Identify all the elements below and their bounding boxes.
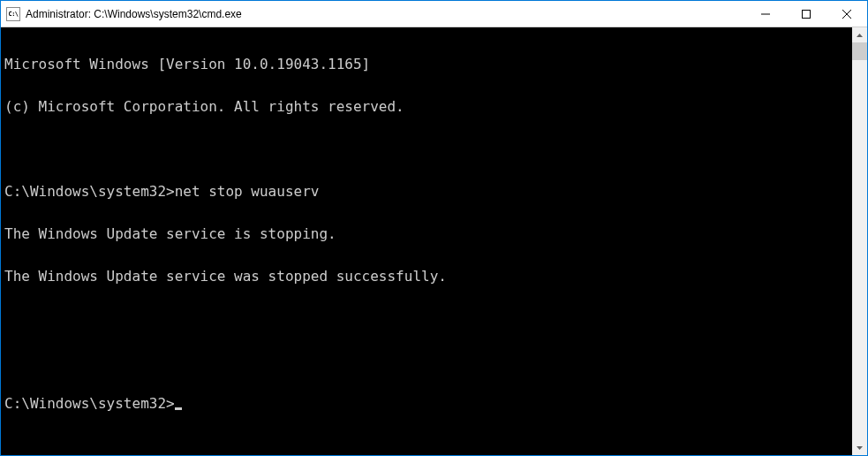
svg-rect-1	[803, 11, 811, 19]
console-line	[4, 142, 850, 156]
client-area: Microsoft Windows [Version 10.0.19043.11…	[1, 27, 867, 455]
close-button[interactable]	[826, 1, 867, 27]
console-line	[4, 354, 850, 369]
svg-marker-5	[857, 446, 863, 450]
svg-marker-4	[857, 34, 863, 37]
cmd-window: C:\ Administrator: C:\Windows\system32\c…	[0, 0, 868, 456]
window-title: Administrator: C:\Windows\system32\cmd.e…	[26, 8, 745, 20]
scroll-up-button[interactable]	[852, 27, 867, 42]
console-prompt-line: C:\Windows\system32>	[4, 397, 850, 411]
console-line: The Windows Update service is stopping.	[4, 227, 850, 241]
minimize-button[interactable]	[745, 1, 786, 27]
text-cursor	[175, 407, 182, 410]
console-line: Microsoft Windows [Version 10.0.19043.11…	[4, 57, 850, 72]
vertical-scrollbar[interactable]	[852, 27, 867, 455]
window-controls	[745, 1, 867, 27]
titlebar[interactable]: C:\ Administrator: C:\Windows\system32\c…	[1, 1, 867, 27]
console-line	[4, 312, 850, 326]
scrollbar-thumb[interactable]	[852, 42, 867, 60]
console-line: The Windows Update service was stopped s…	[4, 270, 850, 284]
console-output[interactable]: Microsoft Windows [Version 10.0.19043.11…	[1, 27, 852, 455]
maximize-button[interactable]	[786, 1, 826, 27]
scrollbar-track[interactable]	[852, 42, 867, 440]
scroll-down-button[interactable]	[852, 440, 867, 455]
cmd-icon: C:\	[6, 7, 20, 21]
console-line: C:\Windows\system32>net stop wuauserv	[4, 185, 850, 199]
console-line: (c) Microsoft Corporation. All rights re…	[4, 100, 850, 114]
console-prompt: C:\Windows\system32>	[4, 395, 175, 412]
